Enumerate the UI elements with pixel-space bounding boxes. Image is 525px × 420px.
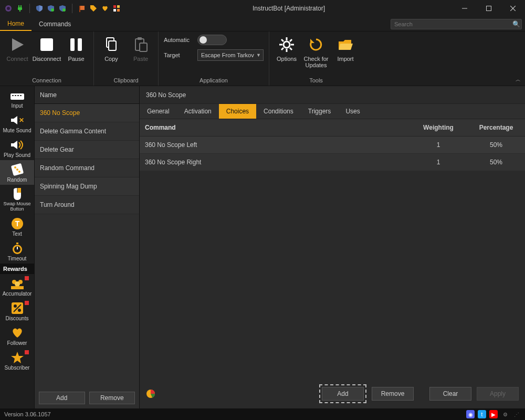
clear-button[interactable]: Clear [429,387,471,401]
remove-choice-button[interactable]: Remove [372,387,414,401]
svg-line-34 [281,48,284,50]
resize-grip-icon[interactable]: ⋰ [512,410,521,418]
td-weighting: 1 [410,136,467,153]
tab-home[interactable]: Home [0,17,32,31]
sidebar-item-input[interactable]: Input [0,86,34,111]
target-combo[interactable]: Escape From Tarkov ▼ [197,49,264,61]
ribbon-group-label: Connection [0,76,93,86]
search-icon[interactable]: 🔍 [511,20,521,28]
table-row[interactable]: 360 No Scope Left 1 50% [140,136,525,154]
tab-commands[interactable]: Commands [32,17,78,31]
disconnect-button[interactable]: Disconnect [33,34,61,76]
shield-icon[interactable] [35,4,44,13]
table-row[interactable]: 360 No Scope Right 1 50% [140,154,525,171]
svg-line-32 [290,48,292,50]
tab-triggers[interactable]: Triggers [301,104,339,119]
sidebar-item-follower[interactable]: Follower [0,323,34,348]
ribbon-collapse-button[interactable]: ︿ [516,76,521,83]
twitter-icon[interactable]: t [478,410,486,418]
shield-icon-2[interactable] [47,4,55,13]
svg-rect-45 [17,188,21,193]
tab-general[interactable]: General [140,104,177,119]
command-list-items: 360 No Scope Delete Gamma Content Delete… [35,104,139,387]
divider [72,4,72,13]
ribbon-group-label: Application [159,76,269,86]
svg-point-1 [7,7,10,10]
connect-button[interactable]: Connect [3,34,32,76]
svg-rect-15 [487,6,491,11]
sidebar-item-accumulator[interactable]: Accumulator [0,274,34,299]
flag-icon[interactable] [78,4,86,13]
ribbon-group-connection: Connect Disconnect Pause Connection [0,32,94,86]
copy-button[interactable]: Copy [97,34,125,76]
paste-button[interactable]: Paste [127,34,155,76]
tab-conditions[interactable]: Conditions [256,104,301,119]
remove-command-button[interactable]: Remove [89,392,135,404]
menubar: Home Commands 🔍 [0,17,525,32]
mouse-icon [9,187,25,201]
add-command-button[interactable]: Add [39,392,85,404]
folder-open-icon [337,36,354,54]
play-icon [8,36,26,54]
svg-point-26 [284,41,290,48]
search-input[interactable] [391,21,511,27]
import-button[interactable]: Import [331,34,360,76]
close-button[interactable] [501,0,525,17]
sidebar-item-discounts[interactable]: Discounts [0,299,34,323]
pause-button[interactable]: Pause [62,34,90,76]
ribbon-group-label: Tools [269,76,363,86]
command-list-item[interactable]: Delete Gear [35,141,139,159]
tab-activation[interactable]: Activation [177,104,219,119]
status-icon[interactable]: ⚙ [501,410,509,418]
sidebar-item-text[interactable]: T Text [0,214,34,239]
minimize-button[interactable] [453,0,477,17]
add-choice-button[interactable]: Add [322,387,364,401]
apply-button[interactable]: Apply [477,387,519,401]
td-percentage: 50% [467,154,525,171]
youtube-icon[interactable]: ▶ [489,410,498,418]
svg-rect-25 [140,43,147,51]
command-list-item[interactable]: Random Command [35,159,139,177]
command-list-item[interactable]: 360 No Scope [35,104,139,122]
automatic-label: Automatic [164,37,192,43]
pie-chart-icon[interactable] [146,389,155,398]
sidebar-item-mute-sound[interactable]: ✕ Mute Sound [0,111,34,135]
maximize-button[interactable] [477,0,501,17]
notification-badge [25,350,29,354]
command-list-item[interactable]: Spinning Mag Dump [35,177,139,196]
sidebar-item-random[interactable]: Random [0,160,34,185]
stop-icon [38,36,56,54]
svg-rect-5 [19,10,20,12]
tag-icon[interactable] [89,4,98,13]
th-percentage[interactable]: Percentage [467,119,525,136]
heart-icon[interactable] [101,4,109,13]
svg-rect-39 [20,95,22,96]
shield-icon-3[interactable] [58,4,67,13]
sidebar-item-subscriber[interactable]: Subscriber [0,348,34,373]
th-weighting[interactable]: Weighting [410,119,467,136]
options-button[interactable]: Options [272,34,301,76]
svg-point-58 [14,304,17,308]
plug-icon[interactable] [16,4,24,13]
automatic-toggle[interactable] [197,35,227,45]
discord-icon[interactable]: ◉ [466,410,475,418]
target-value: Escape From Tarkov [201,52,254,58]
svg-rect-22 [109,41,116,50]
choices-table: Command Weighting Percentage 360 No Scop… [140,119,525,171]
sidebar-item-play-sound[interactable]: Play Sound [0,135,34,160]
svg-rect-12 [113,9,116,12]
th-command[interactable]: Command [140,119,410,136]
sidebar-item-swap-mouse[interactable]: Swap Mouse Button [0,185,34,214]
grid-icon[interactable] [112,4,121,13]
tab-choices[interactable]: Choices [219,104,256,119]
command-list-item[interactable]: Delete Gamma Content [35,122,139,141]
check-updates-button[interactable]: Check for Updates [302,34,330,76]
stopwatch-icon [9,242,25,255]
ribbon-group-tools: Options Check for Updates Import Tools [269,32,363,86]
svg-text:✕: ✕ [19,117,24,124]
command-list-header[interactable]: Name [35,86,139,104]
sidebar-item-timeout[interactable]: Timeout [0,239,34,264]
search-box[interactable]: 🔍 [391,19,522,29]
command-list-item[interactable]: Turn Around [35,196,139,214]
tab-uses[interactable]: Uses [338,104,367,119]
